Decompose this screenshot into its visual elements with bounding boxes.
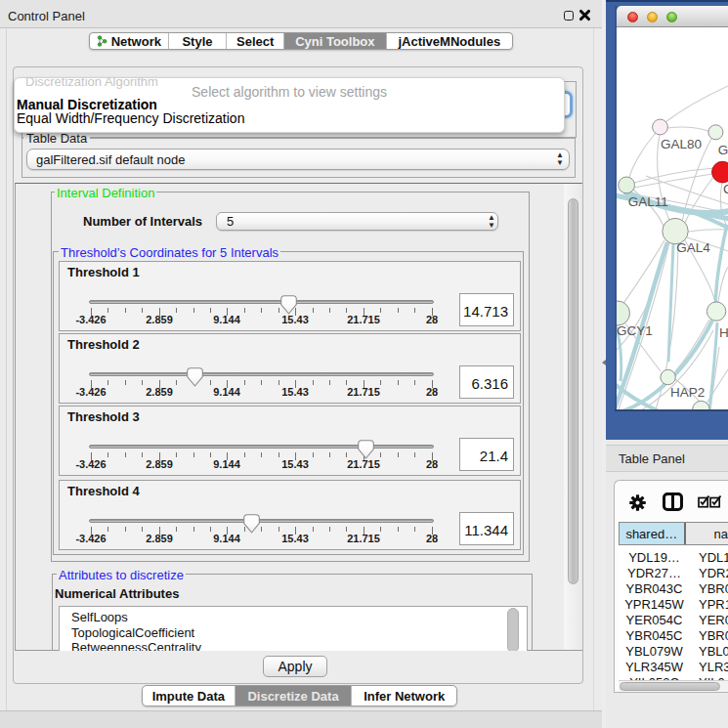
svg-text:C: C <box>723 182 728 196</box>
svg-text:GAL80: GAL80 <box>661 137 702 151</box>
svg-text:GAL11: GAL11 <box>628 194 668 209</box>
svg-text:GCY1: GCY1 <box>617 323 653 338</box>
svg-text:GAL4: GAL4 <box>676 240 710 255</box>
svg-text:HAP2: HAP2 <box>670 385 705 400</box>
svg-text:H: H <box>719 325 728 340</box>
svg-text:GA: GA <box>718 143 728 157</box>
